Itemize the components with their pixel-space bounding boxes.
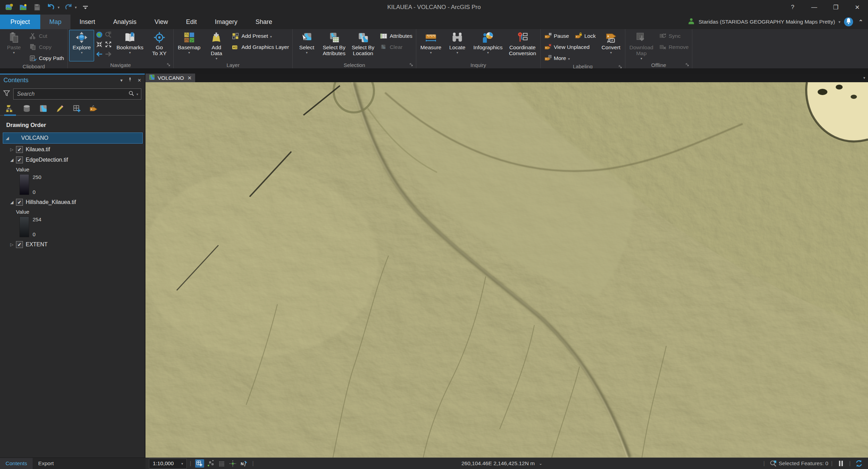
svg-text:N: N [241,461,244,466]
fixed-zoom-out-button[interactable] [104,40,113,50]
dialog-launcher-icon[interactable] [685,62,690,67]
button-label: Infographics [473,44,502,50]
contents-tab-list-by-editing[interactable] [55,103,65,115]
view-tabs-overflow-icon[interactable]: ▾ [863,74,868,82]
ribbon-button-basemap[interactable]: Basemap▾ [175,30,203,61]
expander-icon[interactable]: ▷ [9,242,15,247]
ribbon-button-coordinate-conversion[interactable]: Coordinate Conversion [506,30,539,61]
customize-quick-access-icon[interactable] [80,2,91,12]
ribbon-button-lock[interactable]: Lock [573,31,598,41]
menu-caret-icon: ▾ [216,57,217,60]
snapping-toggle-button[interactable] [228,459,237,468]
new-project-icon[interactable] [4,2,15,12]
layer-checkbox[interactable]: ✓ [16,156,23,163]
zoom-selection-icon [105,31,112,40]
ribbon-button-measure[interactable]: Measure▾ [418,30,444,61]
layout-grid-button[interactable] [195,459,204,468]
redo-menu-caret-icon[interactable]: ▾ [75,5,77,10]
tab-share[interactable]: Share [247,15,281,29]
layer-row-edgedetection[interactable]: ◢ ✓ EdgeDetection.tif [0,155,145,165]
contents-tab-list-by-selection[interactable] [38,103,49,115]
pane-pin-icon[interactable] [127,77,133,84]
ribbon-button-copy-path[interactable]: Copy Path [27,53,66,63]
map-scale-selector[interactable]: 1:10,000 ▾ [149,459,187,469]
edit-vertices-button[interactable] [206,459,215,468]
redo-icon[interactable] [63,2,74,12]
layer-row-extent[interactable]: ▷ ✓ EXTENT [0,239,145,250]
help-button[interactable]: ? [782,0,803,15]
expander-icon[interactable]: ◢ [9,157,15,162]
layer-checkbox[interactable]: ✓ [16,241,23,248]
dialog-launcher-icon[interactable] [166,62,171,67]
tab-view[interactable]: View [145,15,177,29]
layer-checkbox[interactable]: ✓ [16,199,23,206]
search-icon[interactable] [128,90,134,98]
tab-edit[interactable]: Edit [177,15,206,29]
notifications-bell-icon[interactable] [844,17,853,26]
minimize-button[interactable]: — [803,0,825,15]
tab-analysis[interactable]: Analysis [104,15,145,29]
layer-checkbox[interactable]: ✓ [16,146,23,153]
ribbon-button-bookmarks[interactable]: Bookmarks▾ [114,30,146,61]
layer-row-hillshade[interactable]: ◢ ✓ Hillshade_Kilauea.tif [0,197,145,207]
ribbon-button-add-graphics-layer[interactable]: Add Graphics Layer [229,42,291,52]
ribbon-button-more[interactable]: More▾ [542,53,598,63]
grid-toggle-button[interactable] [217,459,226,468]
collapse-ribbon-icon[interactable]: ⌃ [859,19,863,25]
search-input[interactable] [16,91,128,97]
dialog-launcher-icon[interactable] [409,62,414,67]
contents-tab-list-by-drawing-order[interactable] [5,103,15,115]
label-more-icon [544,54,552,62]
tab-insert[interactable]: Insert [70,15,104,29]
expander-icon[interactable]: ▷ [9,147,15,152]
map-tab-close-icon[interactable]: ✕ [187,75,192,81]
ribbon-button-go-to-xy[interactable]: Go To XY [147,30,172,61]
contents-tab-list-by-data-source[interactable] [22,103,32,115]
coordinate-readout[interactable]: 260,104.46E 2,146,425.12N m ⌄ [461,460,542,467]
pane-menu-caret-icon[interactable]: ▾ [120,78,123,83]
north-rotation-button[interactable]: N [240,459,249,468]
layer-row-volcano[interactable]: ◢ VOLCANO [3,133,143,144]
undo-menu-caret-icon[interactable]: ▾ [58,5,60,10]
full-extent-button[interactable] [95,31,104,40]
pane-tab-contents[interactable]: Contents [0,458,33,469]
expander-icon[interactable]: ◢ [9,200,15,205]
contents-tab-list-by-snapping[interactable] [72,103,82,115]
search-caret-icon[interactable]: ▾ [136,92,138,96]
previous-extent-button[interactable] [95,50,104,60]
open-project-icon[interactable] [18,2,28,12]
ribbon-button-select[interactable]: Select▾ [294,30,319,61]
map-view-tab[interactable]: VOLCANO ✕ [145,74,195,82]
ribbon-button-locate[interactable]: Locate▾ [445,30,470,61]
ribbon-button-select-by-location[interactable]: Select By Location [349,30,377,61]
ribbon-button-attributes[interactable]: Attributes [378,31,414,41]
layer-row-kilauea[interactable]: ▷ ✓ Kilauea.tif [0,144,145,155]
account-name[interactable]: Staridas (STARIDAS GEOGRAPHY Making Maps… [699,19,835,25]
ribbon-button-infographics[interactable]: Infographics▾ [470,30,505,61]
account-caret-icon[interactable]: ▾ [838,20,841,24]
ribbon-button-add-data[interactable]: Add Data▾ [204,30,229,61]
contents-tab-list-by-labeling[interactable] [88,103,99,115]
pause-drawing-button[interactable] [836,459,845,468]
ribbon-button-pause[interactable]: Pause [542,31,571,41]
tab-map[interactable]: Map [40,15,70,29]
refresh-map-button[interactable] [854,459,863,468]
ribbon-button-select-by-attributes[interactable]: Select By Attributes [320,30,348,61]
expander-icon[interactable]: ◢ [5,136,10,140]
ribbon-button-view-unplaced[interactable]: View Unplaced [542,42,598,52]
close-button[interactable]: ✕ [846,0,868,15]
undo-icon[interactable] [46,2,56,12]
pane-close-icon[interactable]: ✕ [137,78,141,83]
ribbon-button-convert[interactable]: AConvert▾ [599,30,624,63]
pane-tab-export[interactable]: Export [33,458,59,469]
restore-button[interactable]: ❐ [825,0,846,15]
filter-icon[interactable] [3,89,10,99]
tab-project[interactable]: Project [0,15,40,29]
fixed-zoom-in-button[interactable] [95,40,104,50]
tab-imagery[interactable]: Imagery [206,15,247,29]
ribbon-button-add-preset[interactable]: Add Preset▾ [229,31,291,41]
legend-hillshade: Value 254 0 [0,207,145,237]
selection-magnifier-icon[interactable] [769,459,778,468]
ribbon-button-explore[interactable]: Explore▾ [69,30,94,61]
map-canvas[interactable] [145,82,868,458]
